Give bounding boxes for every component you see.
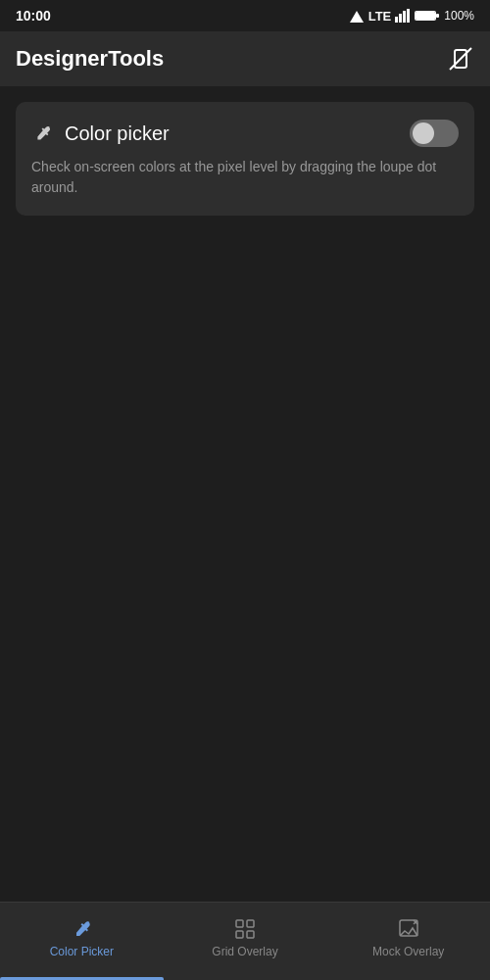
svg-marker-0 (350, 11, 364, 23)
svg-rect-4 (407, 9, 410, 23)
svg-rect-13 (236, 931, 243, 938)
svg-rect-3 (403, 11, 406, 23)
toggle-thumb (413, 122, 434, 144)
nav-label-grid-overlay: Grid Overlay (212, 945, 277, 958)
status-bar: 10:00 LTE 100% (0, 0, 490, 31)
color-picker-description: Check on-screen colors at the pixel leve… (31, 157, 459, 198)
top-right-icon (448, 46, 473, 72)
svg-rect-2 (399, 14, 402, 23)
svg-line-10 (450, 48, 471, 70)
color-picker-toggle[interactable] (410, 120, 459, 147)
card-title-row: Color picker (31, 122, 170, 145)
battery-label: 100% (444, 9, 474, 23)
color-picker-card: Color picker Check on-screen colors at t… (16, 102, 474, 216)
svg-rect-11 (236, 920, 243, 927)
status-icons: LTE 100% (349, 9, 474, 24)
main-content: Color picker Check on-screen colors at t… (0, 86, 490, 902)
bottom-nav: Color Picker Grid Overlay Mock Overlay (0, 902, 490, 980)
app-bar: DesignerTools (0, 31, 490, 86)
svg-rect-12 (247, 920, 254, 927)
nav-item-color-picker[interactable]: Color Picker (0, 917, 164, 966)
mock-overlay-nav-icon (397, 917, 420, 941)
nav-label-mock-overlay: Mock Overlay (372, 945, 444, 958)
svg-rect-14 (247, 931, 254, 938)
color-picker-title: Color picker (65, 122, 170, 145)
card-header: Color picker (31, 120, 459, 147)
battery-icon (415, 9, 440, 23)
svg-rect-8 (416, 12, 435, 20)
nav-label-color-picker: Color Picker (50, 945, 114, 958)
app-title: DesignerTools (16, 46, 164, 72)
lte-label: LTE (368, 9, 392, 24)
eyedropper-icon (31, 122, 53, 144)
settings-icon[interactable] (447, 45, 474, 73)
grid-overlay-nav-icon (233, 917, 257, 941)
nav-item-mock-overlay[interactable]: Mock Overlay (326, 917, 490, 966)
status-time: 10:00 (16, 8, 51, 24)
signal-icon (349, 9, 365, 23)
nav-item-grid-overlay[interactable]: Grid Overlay (164, 917, 327, 966)
svg-rect-1 (395, 17, 398, 23)
svg-rect-6 (436, 14, 439, 18)
color-picker-nav-icon (70, 917, 93, 941)
signal-bars-icon (395, 9, 411, 23)
